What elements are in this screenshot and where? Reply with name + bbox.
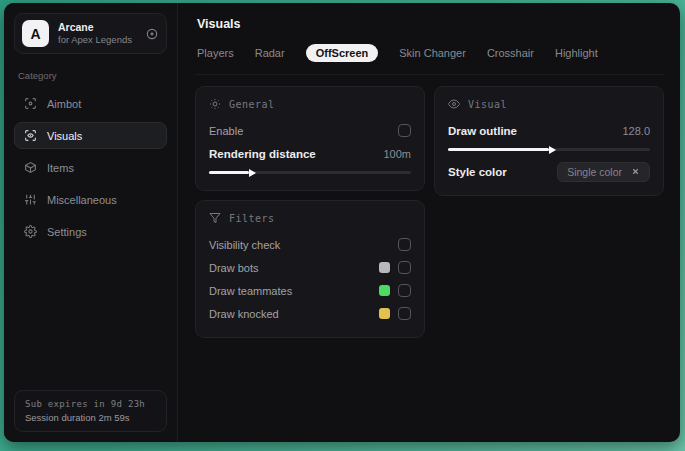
enable-label: Enable	[209, 125, 243, 137]
enable-checkbox[interactable]	[398, 124, 411, 137]
rendering-distance-label: Rendering distance	[209, 148, 316, 160]
tab-players[interactable]: Players	[197, 47, 234, 59]
sidebar: A Arcane for Apex Legends Category Aimbo…	[4, 3, 178, 442]
tab-skin-changer[interactable]: Skin Changer	[399, 47, 466, 59]
slider-thumb[interactable]	[549, 146, 556, 154]
draw-knocked-color-swatch[interactable]	[379, 308, 390, 319]
tab-offscreen[interactable]: OffScreen	[306, 44, 379, 62]
sidebar-item-miscellaneous[interactable]: Miscellaneous	[14, 186, 167, 213]
app-window: A Arcane for Apex Legends Category Aimbo…	[4, 3, 680, 442]
content-grid: General Enable Rendering distance 100m	[195, 86, 664, 338]
draw-knocked-row: Draw knocked	[209, 303, 411, 324]
target-icon[interactable]	[145, 27, 159, 41]
sidebar-item-label: Visuals	[47, 130, 82, 142]
panel-title: Filters	[229, 213, 275, 224]
app-name: Arcane	[58, 21, 136, 34]
draw-outline-label: Draw outline	[448, 125, 517, 137]
enable-row: Enable	[209, 120, 411, 141]
draw-outline-value: 128.0	[622, 125, 650, 137]
app-header-card: A Arcane for Apex Legends	[14, 13, 167, 54]
panel-title: General	[229, 99, 275, 110]
draw-bots-color-swatch[interactable]	[379, 262, 390, 273]
rendering-distance-slider[interactable]	[209, 171, 411, 174]
tab-bar: Players Radar OffScreen Skin Changer Cro…	[197, 44, 664, 62]
gear-icon	[24, 225, 37, 238]
tab-highlight[interactable]: Highlight	[555, 47, 598, 59]
panel-general: General Enable Rendering distance 100m	[195, 86, 425, 191]
sidebar-item-label: Aimbot	[47, 98, 81, 110]
slider-thumb[interactable]	[249, 169, 256, 177]
draw-bots-row: Draw bots	[209, 257, 411, 278]
style-color-row: Style color Single color	[448, 161, 650, 182]
sidebar-item-settings[interactable]: Settings	[14, 218, 167, 245]
eye-icon	[448, 98, 460, 110]
draw-knocked-label: Draw knocked	[209, 308, 279, 320]
session-info-card: Sub expires in 9d 23h Session duration 2…	[14, 390, 167, 432]
funnel-icon	[209, 212, 221, 224]
main-header: Visuals Players Radar OffScreen Skin Cha…	[195, 3, 664, 75]
draw-knocked-checkbox[interactable]	[398, 307, 411, 320]
main-area: Visuals Players Radar OffScreen Skin Cha…	[178, 3, 680, 442]
panel-title: Visual	[468, 99, 507, 110]
session-duration: Session duration 2m 59s	[25, 412, 156, 423]
draw-outline-slider[interactable]	[448, 148, 650, 151]
rendering-distance-value: 100m	[383, 148, 411, 160]
eye-scan-icon	[24, 129, 37, 142]
visibility-check-row: Visibility check	[209, 234, 411, 255]
style-color-value: Single color	[567, 166, 622, 178]
sidebar-item-label: Miscellaneous	[47, 194, 117, 206]
box-icon	[24, 161, 37, 174]
clear-icon[interactable]	[631, 167, 640, 176]
tab-radar[interactable]: Radar	[255, 47, 285, 59]
visibility-check-label: Visibility check	[209, 239, 280, 251]
draw-teammates-checkbox[interactable]	[398, 284, 411, 297]
sidebar-item-label: Items	[47, 162, 74, 174]
draw-outline-row: Draw outline 128.0	[448, 120, 650, 141]
style-color-label: Style color	[448, 166, 507, 178]
sidebar-item-aimbot[interactable]: Aimbot	[14, 90, 167, 117]
app-logo: A	[22, 20, 49, 47]
panel-visual: Visual Draw outline 128.0 Style color Si…	[434, 86, 664, 196]
style-color-select[interactable]: Single color	[557, 162, 650, 182]
slider-fill	[209, 171, 249, 174]
sliders-icon	[24, 193, 37, 206]
crosshair-icon	[24, 97, 37, 110]
tab-crosshair[interactable]: Crosshair	[487, 47, 534, 59]
rendering-distance-row: Rendering distance 100m	[209, 143, 411, 164]
draw-teammates-color-swatch[interactable]	[379, 285, 390, 296]
sun-icon	[209, 98, 221, 110]
category-label: Category	[18, 70, 163, 81]
subscription-expiry: Sub expires in 9d 23h	[25, 399, 156, 409]
slider-fill	[448, 148, 549, 151]
visibility-check-checkbox[interactable]	[398, 238, 411, 251]
draw-teammates-label: Draw teammates	[209, 285, 292, 297]
sidebar-item-label: Settings	[47, 226, 87, 238]
draw-bots-label: Draw bots	[209, 262, 259, 274]
app-subtitle: for Apex Legends	[58, 34, 136, 46]
sidebar-item-items[interactable]: Items	[14, 154, 167, 181]
sidebar-item-visuals[interactable]: Visuals	[14, 122, 167, 149]
page-title: Visuals	[197, 17, 664, 31]
draw-bots-checkbox[interactable]	[398, 261, 411, 274]
draw-teammates-row: Draw teammates	[209, 280, 411, 301]
panel-filters: Filters Visibility check Draw bots	[195, 200, 425, 338]
